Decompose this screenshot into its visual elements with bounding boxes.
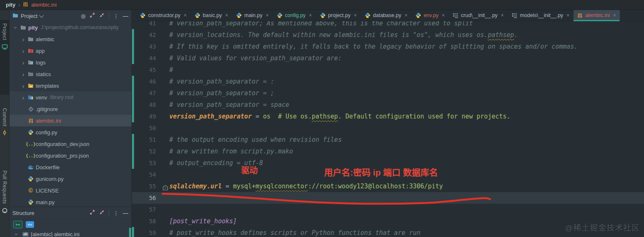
- tree-item-alembic[interactable]: ›alembic: [9, 33, 132, 45]
- tree-item-.gitignore[interactable]: .gitignore: [9, 103, 132, 115]
- tab-constructor.py[interactable]: constructor.py×: [136, 10, 191, 21]
- annotation-driver: 驱动: [241, 164, 258, 176]
- tab-alembic.ini[interactable]: alembic.ini×: [573, 10, 620, 21]
- plain-folder: [27, 72, 35, 77]
- line-number: 42: [139, 29, 156, 41]
- code-line-52[interactable]: 52# are written from script.py.mako: [132, 146, 644, 157]
- chevron-expanded-icon[interactable]: ›: [12, 24, 20, 31]
- code-line-46[interactable]: 46# version_path_separator = :: [132, 76, 644, 87]
- tree-item-name: config.py: [36, 129, 57, 136]
- chevron-collapsed-icon[interactable]: ›: [20, 59, 27, 66]
- hide-panel-icon[interactable]: —: [123, 13, 128, 19]
- chevron-collapsed-icon[interactable]: ›: [20, 94, 27, 101]
- tree-item-dockerfile[interactable]: Dockerfile: [9, 161, 132, 173]
- tab-database.py[interactable]: database.py×: [361, 10, 412, 21]
- json-icon: {..}: [27, 153, 35, 158]
- stripe-item-pull-requests[interactable]: Pull Requests: [0, 167, 9, 237]
- code-line-55[interactable]: 55sqlalchemy.url = mysql+mysqlconnector:…: [132, 180, 644, 192]
- close-tab-icon[interactable]: ×: [566, 12, 569, 18]
- structure-filter-button[interactable]: <=: [26, 221, 34, 228]
- tree-item-logs[interactable]: ›logs: [9, 57, 132, 68]
- tree-item-pity[interactable]: ›pityJ:\projects\github.com\wuranxu\pity: [9, 22, 132, 33]
- code-line-44[interactable]: 44# Valid values for version_path_separa…: [132, 52, 644, 64]
- code-line-57[interactable]: 57: [132, 204, 644, 215]
- breadcrumb-file[interactable]: alembic.ini: [31, 2, 56, 8]
- python-icon: [195, 12, 200, 18]
- tab-project.py[interactable]: project.py×: [316, 10, 361, 21]
- chevron-expanded-icon[interactable]: ›: [13, 231, 20, 237]
- code-line-50[interactable]: 50: [132, 122, 644, 134]
- collapse-all-icon[interactable]: [99, 12, 105, 20]
- tree-item-alembic.ini[interactable]: alembic.ini: [9, 115, 132, 126]
- locate-file-icon[interactable]: ◎: [81, 13, 85, 19]
- templates-folder: [27, 83, 35, 88]
- chevron-collapsed-icon[interactable]: ›: [20, 36, 27, 43]
- close-tab-icon[interactable]: ×: [184, 12, 187, 18]
- expand-all-icon[interactable]: [90, 12, 95, 20]
- venv-folder: [27, 95, 35, 100]
- close-tab-icon[interactable]: ×: [354, 12, 357, 18]
- code-line-45[interactable]: 45#: [132, 64, 644, 76]
- expand-all-icon[interactable]: [90, 209, 95, 217]
- breadcrumb-project[interactable]: pity: [6, 2, 15, 8]
- structure-panel-title: Structure: [12, 210, 34, 216]
- tree-item-statics[interactable]: ›statics: [9, 68, 132, 80]
- collapse-all-icon[interactable]: [99, 209, 105, 217]
- tree-item-configuration_pro.json[interactable]: {..}configuration_pro.json: [9, 150, 132, 161]
- options-menu-icon[interactable]: ⋮: [113, 13, 119, 19]
- line-text: #: [169, 64, 173, 76]
- tab-env.py[interactable]: env.py×: [412, 10, 449, 21]
- code-line-56[interactable]: 56: [132, 192, 644, 204]
- structure-tool-window: Structure ⋮ — >= <= › ab [alembic] alemb…: [9, 207, 132, 237]
- chevron-collapsed-icon[interactable]: ›: [20, 82, 27, 89]
- tab-basic.py[interactable]: basic.py×: [191, 10, 232, 21]
- code-line-48[interactable]: 48# version_path_separator = space: [132, 99, 644, 111]
- tree-item-name: configuration_dev.json: [36, 141, 89, 147]
- code-line-43[interactable]: 43# If this key is omitted entirely, it …: [132, 41, 644, 52]
- line-text: # version_locations. The default within …: [169, 29, 518, 41]
- tree-item-configuration_dev.json[interactable]: {..}configuration_dev.json: [9, 138, 132, 150]
- code-line-49[interactable]: 49version_path_separator = os # Use os.p…: [132, 111, 644, 122]
- tab-config.py[interactable]: config.py×: [273, 10, 316, 21]
- tab-models-__init__.py[interactable]: models\__init__.py×: [508, 10, 573, 21]
- close-tab-icon[interactable]: ×: [266, 12, 269, 18]
- code-line-47[interactable]: 47# version_path_separator = ;: [132, 87, 644, 99]
- close-tab-icon[interactable]: ×: [405, 12, 407, 18]
- project-view-selector[interactable]: Project: [21, 13, 37, 19]
- structure-sort-button[interactable]: >=: [13, 221, 22, 228]
- close-tab-icon[interactable]: ×: [613, 12, 616, 18]
- tree-item-name: venv: [36, 94, 47, 101]
- options-menu-icon[interactable]: ⋮: [113, 210, 119, 216]
- code-line-42[interactable]: 42# version_locations. The default withi…: [132, 29, 644, 41]
- stripe-item-project[interactable]: Project: [0, 20, 9, 95]
- close-tab-icon[interactable]: ×: [309, 12, 312, 18]
- tab-crud-__init__.py[interactable]: crud\__init__.py×: [449, 10, 508, 21]
- close-tab-icon[interactable]: ×: [501, 12, 504, 18]
- tree-item-main.py[interactable]: main.py: [9, 196, 132, 207]
- tab-main.py[interactable]: main.py×: [232, 10, 273, 21]
- structure-scrollbar[interactable]: [129, 228, 131, 237]
- tree-item-gunicorn.py[interactable]: gunicorn.py: [9, 173, 132, 185]
- stripe-item-commit[interactable]: Commit: [0, 105, 9, 165]
- chevron-collapsed-icon[interactable]: ›: [20, 71, 27, 78]
- tab-label: env.py: [424, 12, 439, 18]
- tree-item-venv[interactable]: ›venvlibrary root: [9, 91, 132, 103]
- line-number: 52: [139, 146, 156, 157]
- close-tab-icon[interactable]: ×: [225, 12, 228, 18]
- chevron-down-icon[interactable]: [39, 13, 44, 17]
- tree-item-templates[interactable]: ›templates: [9, 80, 132, 91]
- tree-item-app[interactable]: ›app: [9, 45, 132, 57]
- code-viewport[interactable]: 41# version_path_separator; As mentioned…: [132, 10, 644, 237]
- tree-item-license[interactable]: ©LICENSE: [9, 185, 132, 196]
- code-line-51[interactable]: 51# the output encoding used when revisi…: [132, 134, 644, 146]
- close-tab-icon[interactable]: ×: [442, 12, 445, 18]
- tree-item-config.py[interactable]: config.py: [9, 126, 132, 138]
- ini-icon: [577, 13, 583, 18]
- structure-root-item[interactable]: › ab [alembic] alembic.ini: [9, 230, 132, 237]
- line-number: 58: [139, 215, 156, 227]
- chevron-collapsed-icon[interactable]: ›: [20, 47, 27, 54]
- line-text: # version_path_separator = space: [169, 99, 289, 111]
- tree-item-name: templates: [36, 83, 59, 89]
- line-text: # post_write_hooks defines scripts or Py…: [169, 227, 420, 237]
- hide-panel-icon[interactable]: —: [123, 210, 128, 216]
